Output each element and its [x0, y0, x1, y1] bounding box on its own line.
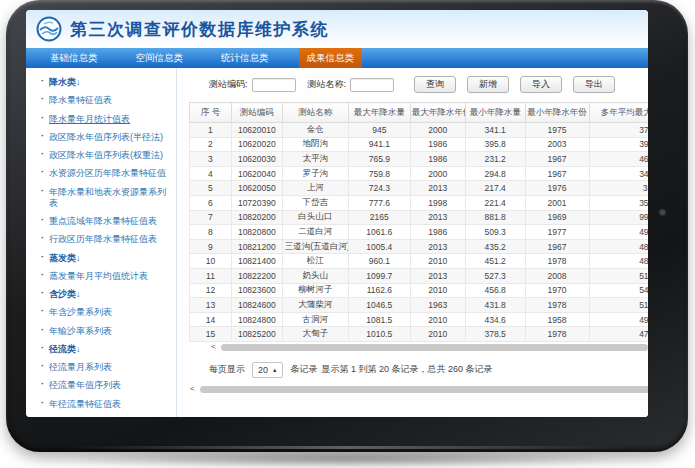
table-row[interactable]: 1510825200大甸子1010.52010378.51978478.5 — [190, 327, 649, 342]
table-cell: 10820800 — [231, 225, 282, 240]
table-cell: 7 — [190, 210, 232, 225]
table-cell: 10620040 — [231, 166, 282, 181]
table-cell: 990.7 — [589, 210, 648, 225]
table-row[interactable]: 210620020地阴沟941.11986395.82003393.9 — [190, 137, 649, 152]
tab-statistics-info[interactable]: 统计信息类 — [213, 48, 277, 68]
search-button[interactable]: 查询 — [414, 76, 456, 93]
sidebar-item[interactable]: 水资源分区历年降水量特征值 — [41, 168, 174, 179]
sidebar-item[interactable]: 降水量年月统计值表 — [41, 114, 174, 125]
table-row[interactable]: 1210823600柳树河子1162.62010456.81970549.5 — [190, 283, 649, 298]
table-cell: 2000 — [410, 166, 465, 181]
sidebar-item[interactable]: 径流量年值序列表 — [41, 380, 174, 391]
table-row[interactable]: 610720390下岱吉777.61998221.42001350.3 — [190, 195, 649, 210]
tab-spatial-info[interactable]: 空间信息类 — [128, 48, 192, 68]
column-header: 测站名称 — [282, 103, 348, 123]
table-cell: 2008 — [525, 268, 589, 283]
sidebar-item[interactable]: 降水量特征值表 — [41, 95, 174, 106]
station-code-input[interactable] — [252, 78, 296, 92]
sidebar-item[interactable]: 政区降水年值序列表(半径法) — [41, 132, 174, 143]
table-row[interactable]: 510620050上河724.32013217.41976338 — [190, 181, 649, 196]
station-name-label: 测站名称: — [308, 78, 347, 91]
table-cell: 10 — [190, 254, 232, 269]
table-cell: 12 — [190, 283, 232, 298]
table-row[interactable]: 1410824800古洞河1081.52010434.61958496.9 — [190, 312, 649, 327]
table-scrollbar-thumb[interactable] — [221, 344, 648, 351]
table-cell: 478.5 — [589, 327, 648, 342]
table-row[interactable]: 110620010金仓9452000341.11975378.6 — [190, 123, 649, 138]
table-cell: 11 — [190, 268, 232, 283]
water-logo-icon — [36, 16, 62, 42]
table-row[interactable]: 310620030太平沟765.91986231.21967468.8 — [190, 152, 649, 167]
table-cell: 724.3 — [348, 181, 410, 196]
sidebar-item[interactable]: 年输沙率系列表 — [41, 326, 174, 337]
table-cell: 下岱吉 — [282, 195, 348, 210]
table-row[interactable]: 710820200白头山口21652013881.81969990.7 — [190, 210, 649, 225]
sidebar-item[interactable]: 重点流域年降水量特征值表 — [41, 216, 174, 227]
sidebar-menu: 降水类↓降水量特征值表降水量年月统计值表政区降水年值序列表(半径法)政区降水年值… — [41, 77, 174, 417]
table-row[interactable]: 1010821400松江960.12010451.21978482.4 — [190, 254, 649, 269]
screen: 第三次调查评价数据库维护系统 基础信息类空间信息类统计信息类成果信息类 降水类↓… — [26, 10, 648, 417]
table-cell: 1061.6 — [348, 225, 410, 240]
app-header: 第三次调查评价数据库维护系统 — [26, 10, 648, 48]
station-name-input[interactable] — [350, 78, 394, 92]
table-cell: 金仓 — [282, 123, 348, 138]
table-cell: 881.8 — [465, 210, 525, 225]
tab-results-info[interactable]: 成果信息类 — [299, 48, 363, 68]
table-cell: 1978 — [525, 298, 589, 313]
table-row[interactable]: 910821200三道沟(五道白河)1005.42013435.21967488… — [190, 239, 649, 254]
table-cell: 338 — [589, 181, 648, 196]
table-cell: 434.6 — [465, 312, 525, 327]
sidebar-item[interactable]: 年含沙量系列表 — [41, 307, 174, 318]
sidebar-item[interactable]: 行政区历年降水量特征值表 — [41, 234, 174, 245]
sidebar-item[interactable]: 年径流量特征值表 — [41, 399, 174, 410]
table-cell: 1977 — [525, 225, 589, 240]
table-row[interactable]: 1310824600大蒲柴河1046.51963431.81978517.2 — [190, 298, 649, 313]
sidebar-category[interactable]: 蒸发类↓ — [41, 253, 174, 264]
table-cell: 482.4 — [589, 254, 648, 269]
sidebar-category[interactable]: 径流类↓ — [41, 344, 174, 355]
table-cell: 2010 — [410, 254, 465, 269]
sidebar-item[interactable]: 蒸发量年月平均值统计表 — [41, 271, 174, 282]
scroll-left-icon[interactable]: < — [211, 343, 216, 351]
table-row[interactable]: 1110822200奶头山1099.72013527.32008510.1 — [190, 268, 649, 283]
camera-icon — [659, 208, 666, 215]
table-cell: 1986 — [410, 152, 465, 167]
table-cell: 10620030 — [231, 152, 282, 167]
table-row[interactable]: 410620040罗子沟759.82000294.81967346.1 — [190, 166, 649, 181]
tab-basic-info[interactable]: 基础信息类 — [42, 48, 106, 68]
table-cell: 10821200 — [231, 239, 282, 254]
table-row[interactable]: 810820800二道白河1061.61986509.31977496.1 — [190, 225, 649, 240]
table-cell: 10821400 — [231, 254, 282, 269]
table-cell: 太平沟 — [282, 152, 348, 167]
export-button[interactable]: 导出 — [573, 76, 615, 93]
table-cell: 10620020 — [231, 137, 282, 152]
table-cell: 4 — [190, 166, 232, 181]
sidebar-category[interactable]: 降水类↓ — [41, 77, 174, 88]
sidebar-item[interactable]: 政区降水年值序列表(权重法) — [41, 150, 174, 161]
sidebar-item[interactable]: 径流量月系列表 — [41, 362, 174, 373]
records-info: 显示第 1 到第 20 条记录，总共 260 条记录 — [321, 363, 492, 376]
table-cell: 221.4 — [465, 195, 525, 210]
table-cell: 1969 — [525, 210, 589, 225]
page-size-dropdown[interactable]: 20 ▲ — [252, 362, 283, 378]
table-cell: 古洞河 — [282, 312, 348, 327]
table-cell: 10824800 — [231, 312, 282, 327]
table-cell: 1975 — [525, 123, 589, 138]
table-cell: 1 — [190, 123, 232, 138]
table-cell: 378.6 — [589, 123, 648, 138]
sidebar-category[interactable]: 含沙类↓ — [41, 289, 174, 300]
table-cell: 1986 — [410, 225, 465, 240]
import-button[interactable]: 导入 — [520, 76, 562, 93]
table-cell: 13 — [190, 298, 232, 313]
page-scrollbar-thumb[interactable] — [200, 386, 648, 393]
nav-tabs: 基础信息类空间信息类统计信息类成果信息类 — [26, 48, 648, 68]
table-cell: 2010 — [410, 327, 465, 342]
add-button[interactable]: 新增 — [467, 76, 509, 93]
table-cell: 上河 — [282, 181, 348, 196]
table-cell: 341.1 — [465, 123, 525, 138]
scroll-left-icon[interactable]: < — [190, 385, 195, 393]
table-cell: 2003 — [525, 137, 589, 152]
table-cell: 1978 — [525, 254, 589, 269]
per-page-suffix: 条记录 — [290, 363, 317, 376]
sidebar-item[interactable]: 年降水量和地表水资源量系列表 — [41, 187, 174, 210]
